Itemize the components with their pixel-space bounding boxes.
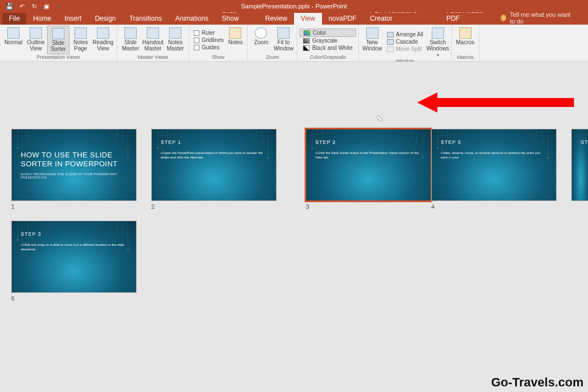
- arrange-all-button[interactable]: Arrange All: [384, 31, 427, 38]
- outline-icon: [30, 27, 42, 39]
- slide-thumbnail[interactable]: ST: [571, 129, 588, 201]
- group-macros: Macros Macros: [452, 25, 479, 61]
- svg-point-5: [267, 157, 269, 159]
- cascade-button[interactable]: Cascade: [384, 38, 427, 45]
- slide-number: 1: [11, 203, 137, 210]
- reading-view-button[interactable]: Reading View: [92, 26, 114, 54]
- handout-master-button[interactable]: Handout Master: [142, 26, 164, 54]
- normal-view-button[interactable]: Normal: [2, 26, 25, 54]
- nw-label: New Window: [361, 39, 384, 52]
- tab-design[interactable]: Design: [88, 13, 122, 25]
- fit-to-window-button[interactable]: Fit to Window: [272, 26, 295, 54]
- annotation-arrow: [417, 92, 574, 113]
- slide-thumbnail[interactable]: STEP 3• Click and drag on a slide to mov…: [11, 221, 137, 293]
- macros-icon: [459, 27, 472, 39]
- tab-file[interactable]: File: [2, 13, 26, 25]
- group-colorgray: Color Grayscale Black and White Color/Gr…: [297, 25, 358, 61]
- notes-icon: [229, 27, 241, 39]
- sorter-label: Slide Sorter: [48, 40, 69, 52]
- arrow-head-icon: [417, 92, 437, 113]
- zoom-button[interactable]: Zoom: [250, 26, 272, 54]
- outline-label: Outline View: [25, 39, 47, 52]
- slide-subtitle: EASILY REORGANIZE THE SLIDES IN YOUR POW…: [21, 172, 127, 179]
- quick-access-toolbar: 💾 ↶ ↻ ▣ ▾: [0, 2, 63, 10]
- hm-label: Handout Master: [142, 39, 164, 52]
- qat-more-icon[interactable]: ▾: [55, 2, 63, 10]
- tab-novapdf[interactable]: novaPDF: [322, 13, 363, 25]
- arrange-icon: [387, 32, 394, 38]
- fit-label: Fit to Window: [272, 39, 295, 52]
- notes-master-button[interactable]: Notes Master: [164, 26, 186, 54]
- tab-view[interactable]: View: [294, 13, 322, 25]
- slide-number: 3: [306, 203, 431, 210]
- slide-body: • Open the PowerPoint presentation in wh…: [161, 151, 267, 160]
- tab-home[interactable]: Home: [26, 13, 58, 25]
- svg-point-8: [422, 157, 423, 159]
- slide-step-title: STEP 2: [315, 139, 422, 145]
- ruler-checkbox[interactable]: Ruler: [192, 29, 226, 36]
- svg-point-3: [157, 147, 158, 149]
- nm-label: Notes Master: [164, 39, 186, 52]
- move-split-button[interactable]: Move Split: [384, 45, 427, 53]
- slide-thumbnail[interactable]: STEP 2• Click the Slide Sorter button in…: [306, 129, 431, 201]
- slide-body: • View, rename, move, or remove sections…: [441, 151, 547, 160]
- undo-icon[interactable]: ↶: [18, 2, 26, 10]
- grid-label: Gridlines: [202, 37, 223, 43]
- tab-insert[interactable]: Insert: [58, 13, 88, 25]
- blackwhite-button[interactable]: Black and White: [300, 44, 356, 52]
- slide-step-title: STEP 1: [161, 139, 267, 145]
- grayscale-button[interactable]: Grayscale: [300, 37, 356, 44]
- outline-view-button[interactable]: Outline View: [25, 26, 47, 54]
- color-button[interactable]: Color: [300, 29, 356, 37]
- group-label-mv: Master Views: [119, 54, 186, 61]
- titlebar: 💾 ↶ ↻ ▣ ▾ SamplePresentation.pptx - Powe…: [0, 0, 588, 12]
- checkbox-icon: [194, 30, 199, 36]
- svg-point-9: [437, 147, 438, 149]
- window-title: SamplePresentation.pptx - PowerPoint: [241, 3, 347, 10]
- slide-master-button[interactable]: Slide Master: [119, 26, 142, 54]
- notes-master-icon: [169, 27, 181, 39]
- slide-thumbnail[interactable]: HOW TO USE THE SLIDE SORTER IN POWERPOIN…: [11, 129, 137, 201]
- notes-button[interactable]: Notes: [226, 26, 245, 54]
- redo-icon[interactable]: ↻: [30, 2, 38, 10]
- new-window-icon: [366, 27, 379, 39]
- group-presentation-views: Normal Outline View Slide Sorter Notes P…: [0, 25, 117, 61]
- start-slideshow-icon[interactable]: ▣: [43, 2, 50, 10]
- slide-number: 2: [151, 203, 277, 210]
- tell-me-search[interactable]: Tell me what you want to do: [501, 11, 577, 25]
- sm-label: Slide Master: [119, 39, 142, 52]
- tab-transitions[interactable]: Transitions: [123, 13, 169, 25]
- slide-sorter-button[interactable]: Slide Sorter: [47, 26, 69, 54]
- guides-checkbox[interactable]: Guides: [192, 44, 226, 51]
- chevron-down-icon: ▾: [437, 53, 439, 58]
- mac-label: Macros: [456, 39, 474, 45]
- tab-review[interactable]: Review: [259, 13, 294, 25]
- new-window-button[interactable]: New Window: [361, 26, 384, 58]
- notes-label: Notes: [228, 39, 242, 45]
- gridlines-checkbox[interactable]: Gridlines: [192, 36, 226, 44]
- group-master-views: Slide Master Handout Master Notes Master…: [117, 25, 189, 61]
- checkbox-icon: [194, 45, 199, 50]
- save-icon[interactable]: 💾: [6, 2, 13, 10]
- switch-windows-button[interactable]: Switch Windows ▾: [427, 26, 449, 58]
- notes-page-button[interactable]: Notes Page: [69, 26, 92, 54]
- svg-point-2: [127, 157, 129, 159]
- svg-point-15: [17, 239, 18, 241]
- slide-thumbnail[interactable]: STEP 1• Open the PowerPoint presentation…: [151, 129, 277, 201]
- slide-body: • Click the Slide Sorter button in the P…: [315, 151, 422, 160]
- bw-swatch-icon: [303, 45, 310, 51]
- notespage-label: Notes Page: [69, 39, 92, 52]
- group-label-mac: Macros: [454, 54, 477, 61]
- slide-number: 4: [431, 203, 557, 210]
- zoom-icon: [255, 27, 267, 39]
- notes-page-icon: [74, 27, 87, 39]
- macros-button[interactable]: Macros: [454, 26, 477, 54]
- tell-me-placeholder: Tell me what you want to do: [510, 11, 577, 25]
- guides-label: Guides: [202, 44, 220, 50]
- tab-animations[interactable]: Animations: [169, 13, 215, 25]
- group-label-show: Show: [192, 54, 245, 61]
- slide-thumbnail[interactable]: STEP 5• View, rename, move, or remove se…: [431, 129, 557, 201]
- slide-master-icon: [124, 27, 137, 39]
- svg-point-17: [127, 249, 129, 251]
- fit-icon: [277, 27, 290, 39]
